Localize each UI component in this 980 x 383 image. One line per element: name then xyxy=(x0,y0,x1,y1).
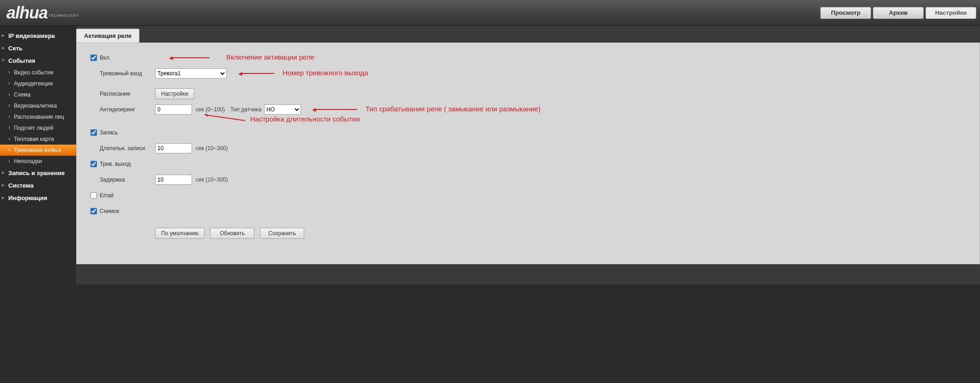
refresh-button[interactable]: Обновить xyxy=(210,228,254,239)
sidebar-section-events[interactable]: События xyxy=(0,55,76,67)
top-nav: Просмотр Архив Настройки xyxy=(820,7,976,19)
sidebar-section-info[interactable]: Информация xyxy=(0,192,76,204)
snapshot-field[interactable]: Снимок xyxy=(90,208,155,214)
delay-label: Задержка xyxy=(90,176,155,183)
sidebar-section-network[interactable]: Сеть xyxy=(0,42,76,55)
row-antidither: Антидизеринг сек (0~100) Тип датчика НО … xyxy=(90,104,966,115)
main-layout: IP видеокамера Сеть События Видео событи… xyxy=(0,26,980,285)
row-enable: Вкл. Включение активации реле xyxy=(90,52,966,63)
antidither-unit: сек (0~100) xyxy=(196,106,225,113)
sidebar-item-people-count[interactable]: Подсчет людей xyxy=(0,122,76,134)
panel: Вкл. Включение активации реле Тревожный … xyxy=(76,43,980,264)
delay-input[interactable] xyxy=(155,175,192,185)
record-duration-input[interactable] xyxy=(155,143,192,153)
tabstrip: Активация реле xyxy=(76,26,980,43)
snapshot-label: Снимок xyxy=(100,208,119,214)
alarm-out-field[interactable]: Трев. выход xyxy=(90,161,155,167)
alarm-out-label: Трев. выход xyxy=(100,161,131,167)
sidebar-item-scheme[interactable]: Схема xyxy=(0,89,76,100)
sidebar-item-audio-detection[interactable]: Аудиодетекция xyxy=(0,78,76,89)
sidebar-item-faults[interactable]: Неполадки xyxy=(0,156,76,167)
email-label: Email xyxy=(100,192,114,199)
alarm-out-checkbox[interactable] xyxy=(90,161,97,167)
enable-field[interactable]: Вкл. xyxy=(90,55,155,61)
row-email: Email xyxy=(90,190,966,201)
annot-sensor-text: Тип срабатывания реле ( замыкание или ра… xyxy=(366,105,541,113)
topbar: alhua TECHNOLOGY Просмотр Архив Настройк… xyxy=(0,0,980,26)
annot-antidither: Настройка длительности события xyxy=(201,114,360,123)
action-buttons: По умолчанию Обновить Сохранить xyxy=(155,228,966,239)
row-record-duration: Длительн. записи сек (10~300) xyxy=(90,143,966,154)
email-checkbox[interactable] xyxy=(90,192,97,199)
sidebar-item-video-events[interactable]: Видео события xyxy=(0,67,76,78)
row-snapshot: Снимок xyxy=(90,206,966,217)
antidither-label: Антидизеринг xyxy=(90,106,155,113)
sidebar-item-video-analytics[interactable]: Видеоаналитика xyxy=(0,100,76,111)
sidebar-section-ipcamera[interactable]: IP видеокамера xyxy=(0,30,76,42)
default-button[interactable]: По умолчанию xyxy=(155,228,204,239)
alarm-in-label: Тревожный вход xyxy=(90,70,155,77)
svg-line-0 xyxy=(206,115,245,121)
antidither-input[interactable] xyxy=(155,104,192,115)
sidebar-section-storage[interactable]: Запись и хранение xyxy=(0,167,76,179)
sidebar-section-system[interactable]: Система xyxy=(0,179,76,192)
annot-enable: Включение активации реле xyxy=(169,53,314,61)
tab-relay-activation[interactable]: Активация реле xyxy=(76,29,139,43)
record-duration-unit: сек (10~300) xyxy=(196,145,228,152)
row-alarm-out: Трев. выход xyxy=(90,158,966,170)
row-record: Запись xyxy=(90,127,966,138)
annot-antidither-text: Настройка длительности события xyxy=(250,115,360,123)
sensor-label: Тип датчика xyxy=(230,106,261,113)
brand-logo: alhua TECHNOLOGY xyxy=(6,3,79,23)
enable-label: Вкл. xyxy=(100,55,111,61)
row-alarm-in: Тревожный вход Тревога1 Номер тревожного… xyxy=(90,68,966,79)
logo-text: alhua xyxy=(6,3,48,23)
arrow-icon xyxy=(201,114,247,123)
schedule-label: Расписание xyxy=(90,91,155,97)
sidebar-item-alarm-io[interactable]: Тревожные вх/вых xyxy=(0,145,76,156)
nav-preview-button[interactable]: Просмотр xyxy=(820,7,871,19)
snapshot-checkbox[interactable] xyxy=(90,208,97,214)
sidebar: IP видеокамера Сеть События Видео событи… xyxy=(0,26,76,285)
annot-sensor: Тип срабатывания реле ( замыкание или ра… xyxy=(312,105,541,113)
sidebar-item-heatmap[interactable]: Тепловая карта xyxy=(0,134,76,145)
record-field[interactable]: Запись xyxy=(90,129,155,136)
annot-enable-text: Включение активации реле xyxy=(226,53,314,61)
sidebar-item-face-recognition[interactable]: Распознавание лиц xyxy=(0,111,76,122)
annot-alarm-in-text: Номер тревожного выхода xyxy=(283,69,368,77)
row-delay: Задержка сек (10~300) xyxy=(90,174,966,185)
nav-settings-button[interactable]: Настройки xyxy=(926,7,976,19)
delay-unit: сек (10~300) xyxy=(196,176,228,183)
email-field[interactable]: Email xyxy=(90,192,155,199)
record-label: Запись xyxy=(100,129,118,136)
save-button[interactable]: Сохранить xyxy=(260,228,304,239)
record-duration-label: Длительн. записи xyxy=(90,145,155,152)
content: Активация реле Вкл. Включение активации … xyxy=(76,26,980,285)
alarm-in-select[interactable]: Тревога1 xyxy=(155,68,227,79)
svg-marker-1 xyxy=(204,114,208,117)
annot-alarm-in: Номер тревожного выхода xyxy=(238,69,368,77)
record-checkbox[interactable] xyxy=(90,129,97,136)
sensor-type-select[interactable]: НО xyxy=(264,104,301,115)
row-schedule: Расписание Настройки xyxy=(90,88,966,99)
schedule-settings-button[interactable]: Настройки xyxy=(155,88,194,99)
nav-archive-button[interactable]: Архив xyxy=(873,7,924,19)
logo-subtext: TECHNOLOGY xyxy=(48,13,79,18)
enable-checkbox[interactable] xyxy=(90,55,97,61)
